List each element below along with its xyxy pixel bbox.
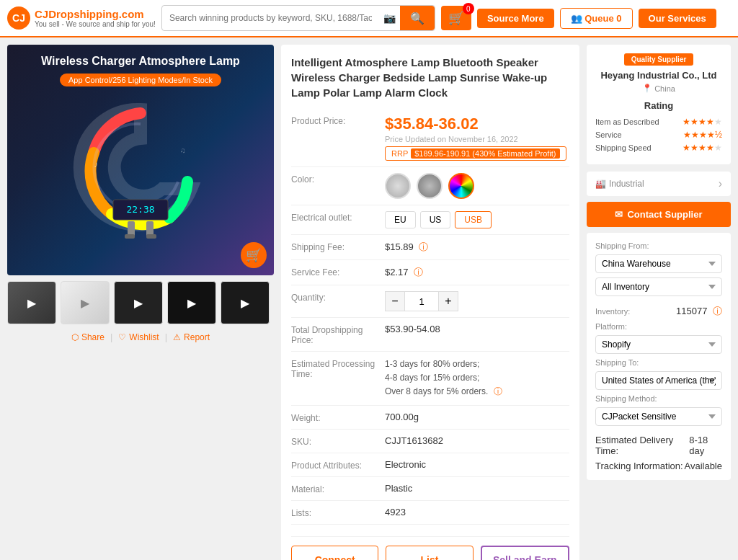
outlet-label: Electrical outlet: <box>291 211 385 223</box>
share-label: Share <box>81 332 105 342</box>
delivery-value: 8-18 day <box>689 435 722 456</box>
shipping-fee-value: $15.89 ⓘ <box>385 241 569 254</box>
rrp-value: $189.96-190.91 (430% Estimated Profit) <box>411 148 559 159</box>
industrial-left: 🏭 Industrial <box>595 179 644 189</box>
processing-row: Estimated Processing Time: 1-3 days for … <box>291 352 569 406</box>
connect-button[interactable]: Connect <box>291 546 378 560</box>
location-icon: 📍 <box>642 84 652 93</box>
total-value: $53.90-54.08 <box>385 324 569 334</box>
mid-panel: Intelligent Atmosphere Lamp Bluetooth Sp… <box>281 45 579 560</box>
thumbnail-3[interactable]: ▶ <box>114 281 163 324</box>
logo-text: CJDropshipping.com You sell - We source … <box>35 8 156 28</box>
svg-rect-5 <box>146 234 156 239</box>
supplier-card: Quality Supplier Heyang Industrial Co., … <box>587 45 731 164</box>
brand-name: CJDropshipping.com <box>35 8 156 20</box>
inventory-info-icon[interactable]: ⓘ <box>713 306 722 316</box>
source-more-button[interactable]: Source More <box>477 9 554 28</box>
quality-badge: Quality Supplier <box>624 53 694 66</box>
material-label: Material: <box>291 483 385 494</box>
add-to-cart-overlay[interactable]: 🛒 <box>241 242 267 268</box>
inventory-select[interactable]: All Inventory <box>595 277 722 296</box>
search-button[interactable]: 🔍 <box>400 6 435 30</box>
tracking-label: Tracking Information: <box>595 461 683 471</box>
our-services-button[interactable]: Our Services <box>639 9 716 28</box>
shipping-to-label: Shipping To: <box>595 358 722 367</box>
shipping-speed-label: Shipping Speed <box>595 143 652 152</box>
service-label: Service <box>595 130 622 139</box>
contact-supplier-button[interactable]: ✉ Contact Supplier <box>587 202 731 227</box>
outlet-us[interactable]: US <box>420 211 451 228</box>
image-label: Wireless Charger Atmosphere Lamp <box>41 55 240 68</box>
price-updated: Price Updated on November 16, 2022 <box>385 135 569 143</box>
logo-tagline: You sell - We source and ship for you! <box>35 20 156 28</box>
separator-2: | <box>165 332 167 342</box>
price-row: Product Price: $35.84-36.02 Price Update… <box>291 109 569 167</box>
platform-select[interactable]: Shopify <box>595 335 722 354</box>
svg-text:22:38: 22:38 <box>126 204 154 215</box>
color-option-1[interactable] <box>385 173 411 199</box>
attributes-value: Electronic <box>385 459 569 470</box>
delivery-row: Estimated Delivery Time: 8-18 day <box>595 435 722 456</box>
service-info-icon[interactable]: ⓘ <box>414 267 423 277</box>
thumbnail-2[interactable]: ▶ <box>61 281 110 324</box>
report-label: Report <box>184 332 210 342</box>
service-fee-label: Service Fee: <box>291 266 385 277</box>
shipping-rating-row: Shipping Speed ★★★★★ <box>595 143 722 153</box>
quantity-plus[interactable]: + <box>438 291 458 311</box>
camera-icon[interactable]: 📷 <box>379 8 400 28</box>
processing-label: Estimated Processing Time: <box>291 357 385 379</box>
industrial-category[interactable]: 🏭 Industrial › <box>587 172 731 196</box>
color-label: Color: <box>291 173 385 185</box>
tracking-value: Available <box>684 461 722 471</box>
service-fee-row: Service Fee: $2.17 ⓘ <box>291 260 569 285</box>
svg-rect-4 <box>125 234 135 239</box>
bottom-buttons: Connect List Sell and Earn <box>291 536 569 560</box>
outlet-usb[interactable]: USB <box>455 211 492 228</box>
logo: CJ CJDropshipping.com You sell - We sour… <box>7 6 156 30</box>
total-row: Total Dropshipping Price: $53.90-54.08 <box>291 318 569 352</box>
action-row: ⬡ Share | ♡ Wishlist | ⚠ Report <box>7 332 274 342</box>
cart-button[interactable]: 🛒 0 <box>441 6 471 30</box>
shipping-fee-label: Shipping Fee: <box>291 241 385 252</box>
thumbnail-1[interactable]: ▶ <box>7 281 56 324</box>
rrp-badge: RRP $189.96-190.91 (430% Estimated Profi… <box>385 146 566 161</box>
service-fee-value: $2.17 ⓘ <box>385 266 569 279</box>
search-input[interactable] <box>162 9 379 27</box>
quantity-minus[interactable]: − <box>385 291 405 311</box>
thumbnail-4[interactable]: ▶ <box>167 281 216 324</box>
svg-text:♫: ♫ <box>180 146 186 154</box>
attributes-row: Product Attributes: Electronic <box>291 453 569 477</box>
outlet-options: EU US USB <box>385 211 569 228</box>
shipping-to-select[interactable]: United States of America (the) <box>595 371 722 390</box>
quantity-input[interactable] <box>405 291 438 311</box>
service-stars: ★★★★½ <box>683 130 722 140</box>
sku-row: SKU: CJJT1613682 <box>291 430 569 453</box>
shipping-info-icon[interactable]: ⓘ <box>419 241 428 252</box>
lamp-svg: 22:38 ♪ ♫ <box>68 95 213 254</box>
report-action[interactable]: ⚠ Report <box>173 332 210 342</box>
supplier-name: Heyang Industrial Co., Ltd <box>595 70 722 81</box>
rating-title: Rating <box>595 100 722 111</box>
item-described-row: Item as Described ★★★★★ <box>595 117 722 127</box>
list-button[interactable]: List <box>386 546 473 560</box>
shipping-from-select[interactable]: China Warehouse <box>595 254 722 273</box>
queue-button[interactable]: 👥 Queue 0 <box>560 8 633 29</box>
quantity-control: − + <box>385 291 569 311</box>
share-action[interactable]: ⬡ Share <box>71 332 105 342</box>
weight-row: Weight: 700.00g <box>291 406 569 430</box>
shipping-method-select[interactable]: CJPacket Sensitive <box>595 407 722 426</box>
color-option-2[interactable] <box>417 173 443 199</box>
cart-badge: 0 <box>463 3 474 14</box>
sell-earn-button[interactable]: Sell and Earn <box>481 546 569 560</box>
outlet-eu[interactable]: EU <box>385 211 416 228</box>
price-value: $35.84-36.02 Price Updated on November 1… <box>385 115 569 161</box>
shipping-card: Shipping From: China Warehouse All Inven… <box>587 233 731 480</box>
wishlist-action[interactable]: ♡ Wishlist <box>118 332 159 342</box>
color-option-3[interactable] <box>448 173 474 199</box>
processing-value: 1-3 days for 80% orders; 4-8 days for 15… <box>385 357 569 399</box>
contact-label: Contact Supplier <box>627 209 702 220</box>
processing-info-icon[interactable]: ⓘ <box>494 386 502 396</box>
thumbnail-row: ▶ ▶ ▶ ▶ ▶ <box>7 281 274 324</box>
price-label: Product Price: <box>291 115 385 126</box>
thumbnail-5[interactable]: ▶ <box>221 281 270 324</box>
